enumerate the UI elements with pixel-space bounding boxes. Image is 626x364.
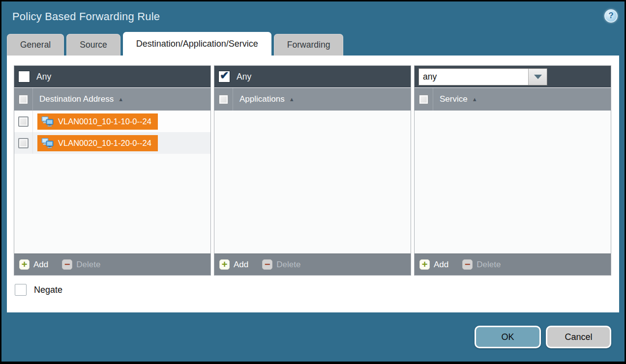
applications-select-all-cell	[214, 88, 233, 111]
network-address-icon	[41, 116, 54, 127]
destination-any-checkbox[interactable]	[18, 71, 30, 83]
service-dropdown-bar: any	[415, 66, 611, 87]
network-address-icon	[41, 138, 54, 148]
row-checkbox-cell	[14, 132, 33, 154]
chevron-down-icon[interactable]	[528, 69, 547, 85]
delete-label: Delete	[76, 260, 100, 270]
address-object-chip[interactable]: VLAN0020_10-1-20-0--24	[37, 135, 158, 151]
service-header-label: Service	[440, 94, 468, 104]
columns-container: Any Destination Address	[14, 65, 611, 276]
destination-address-list: VLAN0010_10-1-10-0--24	[14, 111, 210, 253]
add-icon	[419, 259, 430, 270]
destination-select-all-checkbox[interactable]	[18, 94, 29, 105]
address-object-chip[interactable]: VLAN0010_10-1-10-0--24	[37, 113, 158, 130]
delete-label: Delete	[477, 260, 501, 270]
add-label: Add	[434, 260, 448, 270]
delete-icon	[62, 259, 72, 270]
applications-any-checkbox[interactable]	[218, 71, 230, 83]
add-button[interactable]: Add	[219, 259, 248, 270]
address-object-label: VLAN0010_10-1-10-0--24	[58, 117, 151, 126]
applications-select-all-checkbox[interactable]	[218, 94, 229, 105]
destination-header-label: Destination Address	[39, 94, 114, 104]
delete-label: Delete	[276, 260, 300, 270]
service-list	[415, 111, 611, 253]
service-column-header[interactable]: Service	[415, 87, 611, 111]
delete-icon	[262, 259, 272, 270]
sort-asc-icon	[289, 96, 295, 102]
cancel-button[interactable]: Cancel	[546, 326, 611, 348]
service-panel: any Service	[414, 65, 611, 276]
address-object-label: VLAN0020_10-1-20-0--24	[58, 139, 151, 148]
dialog-titlebar: Policy Based Forwarding Rule	[1, 1, 625, 32]
chevron-down-glyph	[534, 75, 542, 79]
row-checkbox[interactable]	[18, 138, 29, 148]
applications-panel: Any Applications Add	[214, 65, 411, 276]
service-dropdown[interactable]: any	[418, 68, 547, 85]
table-row[interactable]: VLAN0020_10-1-20-0--24	[14, 132, 210, 154]
add-icon	[219, 259, 230, 270]
destination-any-label: Any	[36, 72, 51, 82]
table-row[interactable]: VLAN0010_10-1-10-0--24	[14, 111, 210, 132]
ok-button[interactable]: OK	[475, 326, 541, 348]
service-dropdown-value[interactable]: any	[419, 69, 528, 85]
tab-source[interactable]: Source	[66, 34, 120, 56]
tab-bar: General Source Destination/Application/S…	[1, 32, 625, 56]
destination-address-panel: Any Destination Address	[14, 65, 211, 276]
tab-general[interactable]: General	[7, 34, 64, 56]
service-select-all-checkbox[interactable]	[418, 94, 429, 105]
negate-checkbox[interactable]	[15, 284, 27, 296]
destination-footer-bar: Add Delete	[14, 253, 210, 275]
add-label: Add	[33, 260, 48, 270]
destination-select-all-cell	[14, 88, 33, 111]
service-footer-bar: Add Delete	[415, 253, 611, 275]
tab-content: Any Destination Address	[7, 56, 619, 312]
sort-asc-icon	[118, 96, 123, 102]
tab-destination-application-service[interactable]: Destination/Application/Service	[123, 32, 271, 56]
row-checkbox[interactable]	[18, 116, 29, 127]
sort-asc-icon	[472, 96, 477, 102]
negate-label: Negate	[34, 285, 62, 295]
policy-based-forwarding-dialog: Policy Based Forwarding Rule General Sou…	[0, 0, 626, 364]
delete-button[interactable]: Delete	[462, 259, 501, 270]
delete-button[interactable]: Delete	[262, 259, 300, 270]
applications-any-bar: Any	[214, 66, 411, 87]
applications-any-label: Any	[237, 72, 251, 82]
negate-row: Negate	[14, 284, 611, 296]
add-icon	[19, 259, 30, 270]
dialog-footer: OK Cancel	[1, 312, 625, 362]
dialog-title: Policy Based Forwarding Rule	[12, 10, 604, 23]
service-select-all-cell	[415, 88, 433, 111]
destination-any-bar: Any	[14, 66, 210, 87]
help-icon[interactable]	[604, 9, 618, 23]
add-button[interactable]: Add	[19, 259, 48, 270]
destination-address-column-header[interactable]: Destination Address	[14, 87, 210, 111]
row-checkbox-cell	[14, 111, 33, 132]
applications-header-label: Applications	[239, 94, 285, 104]
applications-column-header[interactable]: Applications	[214, 87, 411, 111]
applications-footer-bar: Add Delete	[214, 253, 411, 275]
tab-forwarding[interactable]: Forwarding	[274, 34, 344, 56]
applications-list	[214, 111, 411, 253]
add-button[interactable]: Add	[419, 259, 448, 270]
delete-icon	[462, 259, 473, 270]
add-label: Add	[234, 260, 248, 270]
delete-button[interactable]: Delete	[62, 259, 100, 270]
